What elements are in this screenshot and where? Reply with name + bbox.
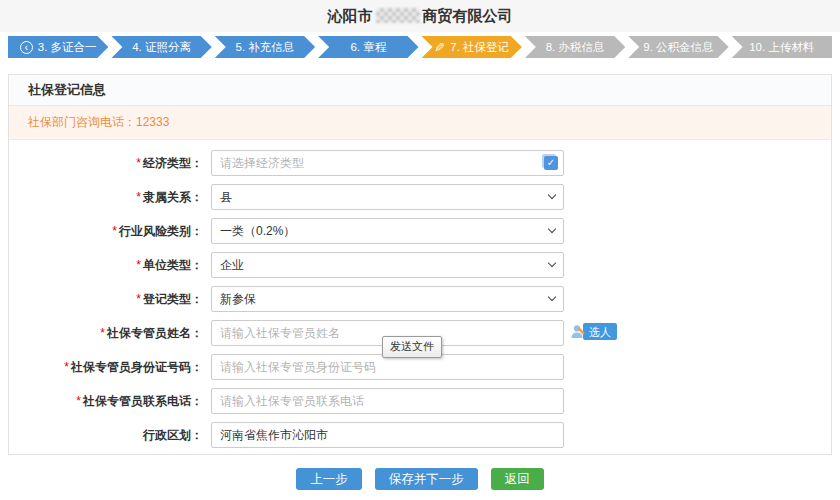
- prev-step-button[interactable]: 上一步: [296, 468, 362, 490]
- field-control-industry-risk: 一类（0.2%）: [211, 218, 564, 244]
- register-type-select[interactable]: 新参保: [211, 286, 564, 312]
- nav-step-label: 9. 公积金信息: [643, 40, 713, 55]
- required-asterisk: *: [64, 360, 69, 374]
- select-person-action: 选人: [570, 323, 617, 340]
- footer-actions: 上一步 保存并下一步 返回: [0, 468, 840, 490]
- form-row-affiliation: *隶属关系：县: [9, 184, 831, 210]
- page-title: 沁阳市商贸有限公司: [0, 0, 840, 32]
- nav-step-7[interactable]: ✎7. 社保登记: [422, 36, 522, 58]
- nav-step-label: 3. 多证合一: [38, 40, 97, 55]
- nav-step-6[interactable]: 6. 章程: [318, 36, 418, 58]
- form-row-industry-risk: *行业风险类别：一类（0.2%）: [9, 218, 831, 244]
- required-asterisk: *: [136, 156, 141, 170]
- required-asterisk: *: [136, 292, 141, 306]
- social-insurance-panel: 社保登记信息 社保部门咨询电话：12333 *经济类型：✓*隶属关系：县*行业风…: [8, 74, 832, 455]
- required-asterisk: *: [112, 224, 117, 238]
- affiliation-select[interactable]: 县: [211, 184, 564, 210]
- person-edit-icon: [570, 323, 587, 340]
- nav-step-label: 10. 上传材料: [749, 40, 814, 55]
- field-control-admin-region: [211, 422, 564, 448]
- nav-step-10: 10. 上传材料: [732, 36, 832, 58]
- form-row-admin-region: 行政区划：: [9, 422, 831, 448]
- form-row-economic-type: *经济类型：✓: [9, 150, 831, 176]
- field-label-agent-id: *社保专管员身份证号码：: [9, 359, 203, 376]
- unit-type-select[interactable]: 企业: [211, 252, 564, 278]
- save-and-next-button[interactable]: 保存并下一步: [375, 468, 478, 490]
- social-insurance-form: *经济类型：✓*隶属关系：县*行业风险类别：一类（0.2%）*单位类型：企业*登…: [9, 140, 831, 448]
- back-circle-icon: ‹: [20, 41, 33, 54]
- field-label-economic-type: *经济类型：: [9, 155, 203, 172]
- field-label-agent-phone: *社保专管员联系电话：: [9, 393, 203, 410]
- nav-step-label: 8. 办税信息: [546, 40, 605, 55]
- notice-bar: 社保部门咨询电话：12333: [9, 106, 831, 140]
- form-row-unit-type: *单位类型：企业: [9, 252, 831, 278]
- field-label-unit-type: *单位类型：: [9, 257, 203, 274]
- field-label-agent-name: *社保专管员姓名：: [9, 325, 203, 342]
- nav-step-4[interactable]: 4. 证照分离: [111, 36, 211, 58]
- field-control-register-type: 新参保: [211, 286, 564, 312]
- nav-step-8: 8. 办税信息: [525, 36, 625, 58]
- field-label-industry-risk: *行业风险类别：: [9, 223, 203, 240]
- field-label-register-type: *登记类型：: [9, 291, 203, 308]
- step-nav: ‹3. 多证合一4. 证照分离5. 补充信息6. 章程✎7. 社保登记8. 办税…: [8, 36, 832, 58]
- field-control-affiliation: 县: [211, 184, 564, 210]
- redacted-company-name: [376, 8, 420, 23]
- nav-step-label: 7. 社保登记: [450, 40, 509, 55]
- required-asterisk: *: [136, 190, 141, 204]
- agent-phone-input[interactable]: [211, 388, 564, 414]
- company-name-suffix: 商贸有限公司: [423, 7, 513, 24]
- nav-step-label: 4. 证照分离: [132, 40, 191, 55]
- required-asterisk: *: [136, 258, 141, 272]
- economic-type-input[interactable]: [211, 150, 564, 176]
- nav-step-9: 9. 公积金信息: [628, 36, 728, 58]
- nav-step-label: 6. 章程: [350, 40, 386, 55]
- send-file-tooltip: 发送文件: [382, 336, 442, 358]
- pencil-icon: ✎: [434, 41, 445, 54]
- field-control-agent-phone: [211, 388, 564, 414]
- form-row-register-type: *登记类型：新参保: [9, 286, 831, 312]
- field-label-affiliation: *隶属关系：: [9, 189, 203, 206]
- picker-check-icon[interactable]: ✓: [544, 156, 558, 170]
- nav-step-5[interactable]: 5. 补充信息: [215, 36, 315, 58]
- field-control-unit-type: 企业: [211, 252, 564, 278]
- nav-step-3[interactable]: ‹3. 多证合一: [8, 36, 108, 58]
- field-label-admin-region: 行政区划：: [9, 427, 203, 444]
- field-control-economic-type: ✓: [211, 150, 564, 176]
- select-person-button[interactable]: 选人: [583, 323, 617, 340]
- industry-risk-select[interactable]: 一类（0.2%）: [211, 218, 564, 244]
- form-row-agent-phone: *社保专管员联系电话：: [9, 388, 831, 414]
- company-name-prefix: 沁阳市: [328, 7, 373, 24]
- required-asterisk: *: [100, 326, 105, 340]
- section-title: 社保登记信息: [9, 75, 831, 106]
- return-button[interactable]: 返回: [491, 468, 544, 490]
- required-asterisk: *: [76, 394, 81, 408]
- nav-step-label: 5. 补充信息: [236, 40, 295, 55]
- admin-region-input[interactable]: [211, 422, 564, 448]
